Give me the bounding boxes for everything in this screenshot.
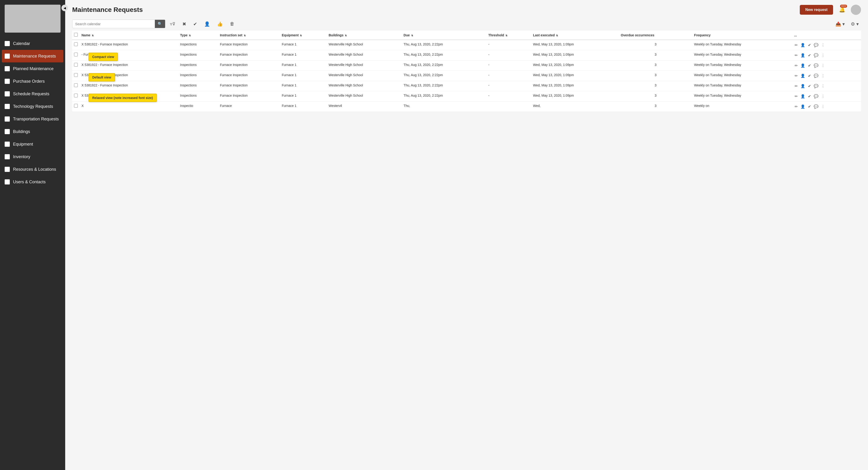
cell-equipment-6: Furnace 1: [280, 101, 327, 112]
export-icon: 📤 ▾: [835, 21, 845, 27]
comment-button-6[interactable]: 💬: [813, 104, 819, 109]
edit-button-2[interactable]: ✏: [794, 63, 798, 68]
row-checkbox-cell-3: [72, 71, 80, 81]
complete-button-0[interactable]: ✔: [807, 42, 811, 48]
comment-button-2[interactable]: 💬: [813, 63, 819, 68]
col-due[interactable]: Due ⇅: [402, 30, 486, 40]
more-button-2[interactable]: ⋮: [821, 63, 826, 68]
edit-button-3[interactable]: ✏: [794, 73, 798, 79]
assign-user-button[interactable]: 👤: [202, 20, 212, 28]
sidebar-item-users-contacts[interactable]: Users & Contacts: [0, 176, 65, 188]
more-button-0[interactable]: ⋮: [821, 42, 826, 48]
sidebar-item-inventory[interactable]: Inventory: [0, 150, 65, 163]
row-checkbox-1[interactable]: [74, 53, 78, 56]
complete-button-1[interactable]: ✔: [807, 53, 811, 58]
row-checkbox-3[interactable]: [74, 73, 78, 77]
comment-button-5[interactable]: 💬: [813, 94, 819, 99]
maintenance-requests-table: Name ⇅ Type ⇅ Instruction set ⇅ Equipmen…: [72, 30, 861, 112]
cell-name-1: - Furnace Inspection Compact view: [80, 50, 178, 61]
assign-button-3[interactable]: 👤: [800, 73, 806, 79]
select-all-checkbox[interactable]: [74, 33, 78, 36]
notification-bell[interactable]: 🔔 8888: [837, 5, 847, 15]
assign-button-0[interactable]: 👤: [800, 42, 806, 48]
sidebar-item-buildings[interactable]: Buildings: [0, 125, 65, 138]
cell-frequency-0: Weekly on Tuesday, Wednesday: [692, 40, 792, 50]
col-buildings[interactable]: Buildings ⇅: [327, 30, 402, 40]
cell-frequency-4: Weekly on Tuesday, Wednesday: [692, 81, 792, 91]
assign-button-6[interactable]: 👤: [800, 104, 806, 109]
assign-button-5[interactable]: 👤: [800, 94, 806, 99]
row-checkbox-5[interactable]: [74, 94, 78, 97]
sidebar-item-equipment[interactable]: Equipment: [0, 138, 65, 150]
col-name[interactable]: Name ⇅: [80, 30, 178, 40]
edit-button-6[interactable]: ✏: [794, 104, 798, 109]
complete-button-2[interactable]: ✔: [807, 63, 811, 68]
avatar[interactable]: [851, 5, 861, 15]
cell-last-executed-2: Wed, May 13, 2020, 1:09pm: [531, 61, 619, 71]
row-checkbox-6[interactable]: [74, 104, 78, 108]
sidebar-label-equipment: Equipment: [13, 142, 33, 147]
sidebar-item-schedule-requests[interactable]: Schedule Requests: [0, 88, 65, 100]
complete-button-4[interactable]: ✔: [807, 83, 811, 89]
edit-button-4[interactable]: ✏: [794, 83, 798, 89]
sidebar-item-resources-locations[interactable]: Resources & Locations: [0, 163, 65, 176]
cell-threshold-2: -: [486, 61, 531, 71]
edit-button-5[interactable]: ✏: [794, 94, 798, 99]
delete-button[interactable]: 🗑: [227, 20, 237, 28]
more-button-4[interactable]: ⋮: [821, 83, 826, 89]
edit-button-1[interactable]: ✏: [794, 53, 798, 58]
comment-button-1[interactable]: 💬: [813, 53, 819, 58]
col-last-executed[interactable]: Last executed ⇅: [531, 30, 619, 40]
assign-button-4[interactable]: 👤: [800, 83, 806, 89]
col-frequency[interactable]: Frequency: [692, 30, 792, 40]
thumbs-up-button[interactable]: 👍: [215, 20, 225, 28]
col-equipment[interactable]: Equipment ⇅: [280, 30, 327, 40]
sidebar-item-technology-requests[interactable]: Technology Requests: [0, 100, 65, 113]
settings-button[interactable]: ⚙ ▾: [848, 20, 861, 28]
filter-button[interactable]: ▿ ⊽: [168, 20, 178, 28]
assign-button-2[interactable]: 👤: [800, 63, 806, 68]
more-button-5[interactable]: ⋮: [821, 94, 826, 99]
sidebar-item-purchase-orders[interactable]: Purchase Orders: [0, 75, 65, 88]
more-button-6[interactable]: ⋮: [821, 104, 826, 109]
new-request-button[interactable]: New request: [800, 5, 833, 15]
complete-button-6[interactable]: ✔: [807, 104, 811, 109]
sidebar-logo: [5, 5, 61, 33]
purchase-orders-icon: [5, 79, 10, 84]
cell-equipment-1: Furnace 1: [280, 50, 327, 61]
more-button-3[interactable]: ⋮: [821, 73, 826, 79]
row-checkbox-4[interactable]: [74, 83, 78, 87]
col-overdue[interactable]: Overdue occurrences: [619, 30, 692, 40]
comment-button-3[interactable]: 💬: [813, 73, 819, 79]
clear-filter-button[interactable]: ✖: [180, 20, 189, 28]
col-type[interactable]: Type ⇅: [178, 30, 218, 40]
row-checkbox-0[interactable]: [74, 42, 78, 46]
table-row: X 5381922 - Furnace Inspection Inspectio…: [72, 40, 861, 50]
search-button[interactable]: 🔍: [155, 20, 165, 28]
row-checkbox-2[interactable]: [74, 63, 78, 67]
sidebar-item-transportation-requests[interactable]: Transportation Requests: [0, 113, 65, 125]
sidebar-collapse-button[interactable]: ◀: [61, 5, 68, 11]
row-checkbox-cell-6: [72, 101, 80, 112]
sidebar-item-calendar[interactable]: Calendar: [0, 37, 65, 50]
sidebar-item-maintenance-requests[interactable]: Maintenance Requests: [2, 50, 63, 62]
cell-actions-1: ✏ 👤 ✔ 💬 ⋮: [792, 50, 861, 61]
comment-button-4[interactable]: 💬: [813, 83, 819, 89]
col-threshold[interactable]: Threshold ⇅: [486, 30, 531, 40]
assign-button-1[interactable]: 👤: [800, 53, 806, 58]
comment-button-0[interactable]: 💬: [813, 42, 819, 48]
cell-name-2: X 5381922 - Furnace Inspection: [80, 61, 178, 71]
name-sort-icon: ⇅: [92, 34, 94, 37]
cell-type-4: Inspections: [178, 81, 218, 91]
complete-button-5[interactable]: ✔: [807, 94, 811, 99]
edit-button-0[interactable]: ✏: [794, 42, 798, 48]
export-button[interactable]: 📤 ▾: [833, 20, 847, 28]
approve-button[interactable]: ✔: [191, 20, 199, 28]
cell-instruction-3: Furnace Inspection: [218, 71, 280, 81]
more-button-1[interactable]: ⋮: [821, 53, 826, 58]
cell-buildings-6: Westervil: [327, 101, 402, 112]
search-input[interactable]: [72, 20, 155, 28]
col-instruction-set[interactable]: Instruction set ⇅: [218, 30, 280, 40]
complete-button-3[interactable]: ✔: [807, 73, 811, 79]
sidebar-item-planned-maintenance[interactable]: Planned Maintenance: [0, 62, 65, 75]
